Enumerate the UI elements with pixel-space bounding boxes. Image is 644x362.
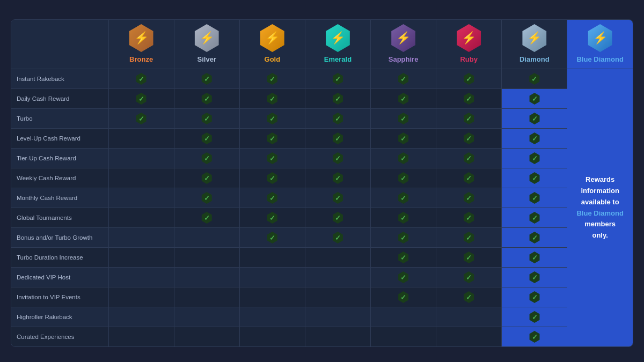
table-row: Turbo✓✓✓✓✓✓✓	[11, 109, 633, 129]
feature-column-header	[11, 20, 108, 69]
tier-check-cell: ✓	[239, 109, 305, 129]
tier-check-cell: ✓	[371, 129, 436, 149]
check-icon: ✓	[438, 132, 499, 144]
check-icon: ✓	[504, 291, 565, 303]
tier-check-cell: ✓	[371, 188, 436, 208]
tier-check-cell: ✓	[305, 149, 370, 168]
check-icon: ✓	[438, 212, 499, 224]
sapphire-icon: ⚡	[390, 24, 418, 52]
tier-check-cell: ✓	[436, 248, 502, 268]
check-icon: ✓	[242, 132, 303, 144]
table-row: Bonus and/or Turbo Growth✓✓✓✓✓	[11, 228, 633, 248]
tier-check-cell: ✓	[239, 188, 305, 208]
check-icon: ✓	[438, 232, 499, 243]
tier-header-diamond: ⚡ Diamond	[502, 20, 567, 69]
tier-check-cell: ✓	[502, 188, 567, 208]
gold-hex: ⚡	[258, 24, 286, 52]
feature-name: Highroller Rakeback	[11, 307, 108, 327]
vip-table-container: ⚡ Bronze ⚡ Silver ⚡ Gold	[11, 19, 633, 347]
tier-check-cell: ✓	[436, 109, 502, 129]
check-icon: ✓	[504, 132, 565, 144]
tier-check-cell: ✓	[174, 149, 239, 168]
tier-check-cell: ✓	[305, 168, 370, 188]
tier-check-cell	[239, 248, 305, 268]
check-icon: ✓	[308, 132, 368, 144]
feature-name: Weekly Cash Reward	[11, 168, 108, 188]
bronze-icon: ⚡	[127, 24, 155, 52]
tier-check-cell	[108, 228, 174, 248]
check-icon: ✓	[373, 271, 434, 283]
tier-check-cell	[371, 327, 436, 347]
check-icon: ✓	[308, 172, 368, 184]
check-icon: ✓	[504, 311, 565, 323]
tier-check-cell: ✓	[239, 149, 305, 168]
tier-check-cell	[239, 268, 305, 287]
silver-label: Silver	[177, 55, 237, 63]
tier-check-cell: ✓	[502, 327, 567, 347]
tier-check-cell: ✓	[371, 168, 436, 188]
emerald-hex: ⚡	[324, 24, 352, 52]
tier-check-cell: ✓	[305, 109, 370, 129]
tier-check-cell: ✓	[502, 268, 567, 287]
check-icon: ✓	[504, 172, 565, 184]
check-icon: ✓	[111, 93, 172, 105]
tier-check-cell: ✓	[239, 208, 305, 228]
tier-check-cell: ✓	[305, 129, 370, 149]
blue-diamond-message: Rewardsinformationavailable toBlue Diamo…	[572, 174, 628, 241]
tier-check-cell: ✓	[436, 188, 502, 208]
bronze-label: Bronze	[111, 55, 172, 63]
check-icon: ✓	[504, 252, 565, 263]
table-row: Daily Cash Reward✓✓✓✓✓✓✓	[11, 89, 633, 109]
tier-check-cell	[108, 307, 174, 327]
blue-diamond-hex: ⚡	[586, 24, 614, 52]
feature-name: Instant Rakeback	[11, 69, 108, 89]
tier-check-cell	[239, 287, 305, 307]
sapphire-label: Sapphire	[373, 55, 434, 63]
table-row: Turbo Duration Increase✓✓✓	[11, 248, 633, 268]
tier-check-cell: ✓	[502, 149, 567, 168]
ruby-label: Ruby	[438, 55, 499, 63]
tier-check-cell: ✓	[239, 89, 305, 109]
check-icon: ✓	[504, 331, 565, 343]
check-icon: ✓	[373, 291, 434, 303]
feature-name: Monthly Cash Reward	[11, 188, 108, 208]
check-icon: ✓	[438, 93, 499, 105]
check-icon: ✓	[242, 212, 303, 224]
tier-check-cell	[108, 129, 174, 149]
check-icon: ✓	[504, 232, 565, 243]
tier-check-cell	[305, 287, 370, 307]
tier-check-cell: ✓	[436, 287, 502, 307]
emerald-icon: ⚡	[324, 24, 352, 52]
table-row: Highroller Rakeback✓	[11, 307, 633, 327]
tier-check-cell: ✓	[108, 109, 174, 129]
table-row: Invitation to VIP Events✓✓✓	[11, 287, 633, 307]
feature-name: Dedicated VIP Host	[11, 268, 108, 287]
tier-check-cell	[108, 327, 174, 347]
check-icon: ✓	[373, 113, 434, 124]
check-icon: ✓	[438, 192, 499, 204]
tier-check-cell: ✓	[502, 307, 567, 327]
tier-check-cell: ✓	[239, 69, 305, 89]
feature-name: Daily Cash Reward	[11, 89, 108, 109]
blue-diamond-info-cell: Rewardsinformationavailable toBlue Diamo…	[567, 69, 633, 347]
check-icon: ✓	[308, 113, 368, 124]
check-icon: ✓	[177, 212, 237, 224]
table-row: Tier-Up Cash Reward✓✓✓✓✓✓	[11, 149, 633, 168]
feature-name: Bonus and/or Turbo Growth	[11, 228, 108, 248]
tier-check-cell: ✓	[502, 109, 567, 129]
check-icon: ✓	[308, 192, 368, 204]
table-row: Monthly Cash Reward✓✓✓✓✓✓	[11, 188, 633, 208]
diamond-label: Diamond	[504, 55, 565, 63]
silver-icon: ⚡	[193, 24, 221, 52]
tier-check-cell	[174, 248, 239, 268]
tier-check-cell	[108, 149, 174, 168]
table-body: Instant Rakeback✓✓✓✓✓✓✓Rewardsinformatio…	[11, 69, 633, 347]
check-icon: ✓	[373, 93, 434, 105]
page-wrapper: ⚡ Bronze ⚡ Silver ⚡ Gold	[0, 0, 644, 352]
tier-check-cell	[108, 268, 174, 287]
tier-check-cell: ✓	[502, 129, 567, 149]
table-row: Dedicated VIP Host✓✓✓	[11, 268, 633, 287]
check-icon: ✓	[242, 152, 303, 164]
tier-check-cell: ✓	[436, 168, 502, 188]
check-icon: ✓	[111, 73, 172, 85]
